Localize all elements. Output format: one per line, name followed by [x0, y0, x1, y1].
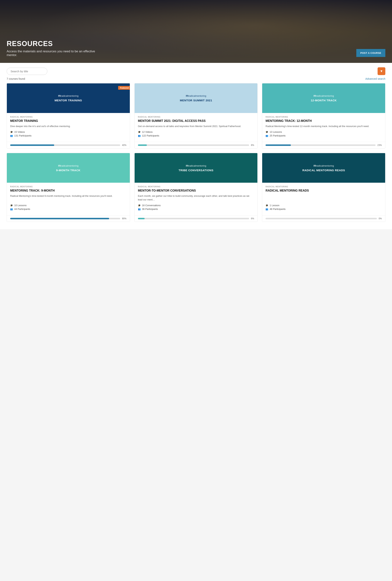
card-org: RADICAL MENTORING [10, 186, 126, 188]
card-progress-wrap: 0% [262, 215, 385, 222]
card-org: RADICAL MENTORING [10, 116, 126, 118]
card-thumb-logo: mradicalmentoring [178, 164, 214, 167]
lessons-count: 13 Lessons [270, 130, 282, 133]
card-thumb-content: mradicalmentoring RADICAL MENTORING READ… [302, 164, 345, 172]
card-thumb-title: TRIBE CONVERSATIONS [178, 168, 214, 172]
card-meta-participants: 👥 122 Participants [138, 134, 254, 137]
card-thumb-logo: mradicalmentoring [180, 94, 212, 98]
progress-label: 90% [122, 217, 126, 220]
course-card[interactable]: mradicalmentoring RADICAL MENTORING READ… [262, 153, 385, 222]
card-thumb-title: MENTOR SUMMIT 2021 [180, 98, 212, 102]
card-progress-wrap: 40% [7, 142, 130, 148]
participants-count: 44 Participants [14, 208, 30, 210]
card-thumbnail: mradicalmentoring 12-MONTH TRACK [262, 84, 385, 113]
card-body: RADICAL MENTORING MENTORING TRACK: 12-MO… [262, 113, 385, 142]
card-meta: 🎓 1 Lesson 👥 48 Participants [266, 204, 382, 210]
progress-bar-fill [138, 144, 147, 146]
progress-bar-background [138, 218, 249, 219]
card-meta: 🎓 16 Conversations 👥 36 Participants [138, 204, 254, 210]
participants-count: 131 Participants [14, 134, 32, 137]
participants-count: 25 Participants [270, 134, 286, 137]
featured-badge: Featured [118, 86, 130, 90]
card-thumb-logo: mradicalmentoring [56, 164, 80, 167]
card-thumb-logo: mradicalmentoring [311, 94, 336, 98]
course-card[interactable]: mradicalmentoring MENTOR SUMMIT 2021 RAD… [134, 83, 258, 148]
course-card[interactable]: mradicalmentoring 9-MONTH TRACK RADICAL … [7, 153, 130, 222]
card-meta-participants: 👥 44 Participants [10, 208, 126, 210]
results-count: 7 courses found [7, 77, 25, 80]
post-course-button[interactable]: POST A COURSE [356, 49, 385, 57]
card-progress-wrap: 6% [134, 215, 258, 222]
card-meta: 🎓 15 Videos 👥 131 Participants [10, 130, 126, 137]
card-thumb-logo: mradicalmentoring [302, 164, 345, 167]
card-meta-videos: 🎓 15 Videos [10, 130, 126, 133]
card-body: RADICAL MENTORING RADICAL MENTORING READ… [262, 183, 385, 215]
card-meta: 🎓 13 Lessons 👥 25 Participants [266, 130, 382, 137]
participants-count: 36 Participants [142, 208, 158, 210]
card-meta-videos: 🎓 10 Lessons [10, 204, 126, 207]
card-meta: 🎓 12 Videos 👥 122 Participants [138, 130, 254, 137]
course-card[interactable]: mradicalmentoring TRIBE CONVERSATIONS RA… [134, 153, 258, 222]
card-meta-participants: 👥 25 Participants [266, 134, 382, 137]
card-progress-wrap: 23% [262, 142, 385, 148]
card-progress-wrap: 8% [134, 142, 258, 148]
hero-content: RESOURCES Access the materials and resou… [7, 40, 356, 57]
card-thumbnail: mradicalmentoring MENTOR SUMMIT 2021 [134, 84, 258, 113]
progress-bar-fill [10, 218, 109, 219]
card-org: RADICAL MENTORING [138, 186, 254, 188]
lessons-icon: 🎓 [266, 204, 268, 207]
lessons-count: 12 Videos [142, 130, 153, 133]
hero-section: RESOURCES Access the materials and resou… [0, 0, 392, 63]
progress-label: 8% [251, 144, 254, 146]
lessons-icon: 🎓 [10, 131, 13, 133]
participants-icon: 👥 [10, 134, 13, 137]
card-description: Each month, we gather our tribe to build… [138, 194, 254, 201]
progress-bar-background [266, 218, 377, 219]
card-meta-videos: 🎓 1 Lesson [266, 204, 382, 207]
card-title: MENTOR-TO-MENTOR CONVERSATIONS [138, 189, 254, 193]
progress-bar-background [10, 144, 120, 146]
card-thumb-content: mradicalmentoring 12-MONTH TRACK [311, 94, 336, 102]
cards-grid: mradicalmentoring MENTOR TRAINING Featur… [7, 83, 385, 222]
card-meta-videos: 🎓 13 Lessons [266, 130, 382, 133]
card-thumbnail: mradicalmentoring 9-MONTH TRACK [7, 153, 130, 183]
card-meta-videos: 🎓 12 Videos [138, 130, 254, 133]
progress-bar-fill [138, 218, 144, 219]
card-body: RADICAL MENTORING MENTOR SUMMIT 2021: DI… [134, 113, 258, 142]
card-title: MENTORING TRACK: 9-MONTH [10, 189, 126, 193]
course-card[interactable]: mradicalmentoring 12-MONTH TRACK RADICAL… [262, 83, 385, 148]
card-org: RADICAL MENTORING [138, 116, 254, 118]
advanced-search-link[interactable]: Advanced search [365, 77, 385, 80]
card-thumb-title: 12-MONTH TRACK [311, 98, 336, 102]
lessons-count: 15 Videos [14, 130, 25, 133]
card-thumb-title: 9-MONTH TRACK [56, 168, 80, 172]
card-thumb-content: mradicalmentoring TRIBE CONVERSATIONS [178, 164, 214, 172]
card-meta-participants: 👥 36 Participants [138, 208, 254, 210]
cards-container: mradicalmentoring MENTOR TRAINING Featur… [0, 83, 392, 229]
card-thumb-logo: mradicalmentoring [54, 94, 82, 98]
card-thumbnail: mradicalmentoring TRIBE CONVERSATIONS [134, 153, 258, 183]
filter-button[interactable]: ▼ [378, 67, 385, 75]
card-thumb-title: MENTOR TRAINING [54, 98, 82, 102]
card-thumb-content: mradicalmentoring 9-MONTH TRACK [56, 164, 80, 172]
card-org: RADICAL MENTORING [266, 116, 382, 118]
card-meta-videos: 🎓 16 Conversations [138, 204, 254, 207]
card-description: Get on-demand access to all talks and ke… [138, 124, 254, 128]
progress-bar-background [10, 218, 120, 219]
progress-bar-fill [10, 144, 54, 146]
progress-label: 23% [378, 144, 382, 146]
lessons-icon: 🎓 [138, 131, 141, 133]
card-meta-participants: 👥 131 Participants [10, 134, 126, 137]
card-title: MENTORING TRACK: 12-MONTH [266, 119, 382, 123]
card-description: Radical Mentoring's time-tested 12-month… [266, 124, 382, 128]
lessons-icon: 🎓 [266, 131, 268, 133]
card-thumb-content: mradicalmentoring MENTOR TRAINING [54, 94, 82, 102]
progress-bar-fill [266, 144, 291, 146]
filter-icon: ▼ [380, 69, 383, 73]
card-org: RADICAL MENTORING [266, 186, 382, 188]
search-input[interactable] [7, 68, 47, 75]
course-card[interactable]: mradicalmentoring MENTOR TRAINING Featur… [7, 83, 130, 148]
progress-bar-background [138, 144, 249, 146]
lessons-count: 1 Lesson [270, 204, 280, 207]
card-description: Radical Mentoring's time-tested 9-month … [10, 194, 126, 201]
